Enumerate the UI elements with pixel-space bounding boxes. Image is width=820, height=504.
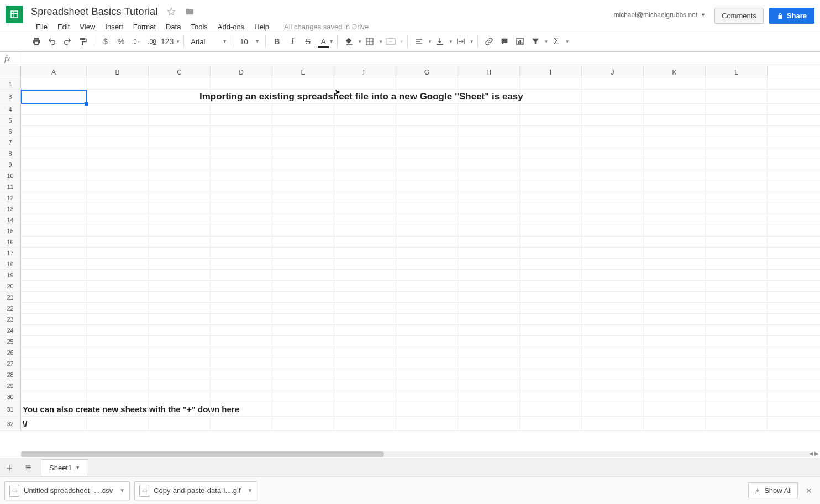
cell[interactable] [706,259,768,269]
row-header[interactable]: 6 [0,126,21,136]
cell[interactable] [396,336,458,347]
insert-comment-icon[interactable] [497,34,512,49]
menu-addons[interactable]: Add-ons [213,23,249,31]
cell[interactable] [520,391,582,402]
cell[interactable] [21,391,87,402]
cell[interactable] [458,126,520,136]
cell[interactable] [87,336,149,347]
cell[interactable] [458,137,520,148]
cell[interactable] [706,417,768,431]
cell[interactable] [21,78,87,89]
cell[interactable] [520,214,582,225]
cell[interactable] [706,237,768,247]
cell[interactable] [520,417,582,431]
row-header[interactable]: 32 [0,417,21,431]
row-header[interactable]: 14 [0,214,21,225]
folder-icon[interactable] [185,7,195,16]
cell[interactable] [272,347,334,358]
cell[interactable] [644,270,706,280]
cell[interactable] [582,203,644,214]
cell[interactable] [520,126,582,136]
cell[interactable] [21,358,87,369]
cell[interactable] [396,380,458,391]
cell[interactable] [149,259,211,269]
cell[interactable] [706,170,768,181]
cell[interactable] [644,259,706,269]
cell[interactable] [396,126,458,136]
cell[interactable] [87,90,149,103]
cell[interactable] [272,137,334,148]
cell[interactable] [458,347,520,358]
cell[interactable] [21,248,87,258]
cell[interactable] [21,347,87,358]
cell[interactable] [458,148,520,159]
cell[interactable] [21,325,87,335]
menu-file[interactable]: File [31,23,52,31]
menu-insert[interactable]: Insert [100,23,128,31]
cell[interactable] [334,248,396,258]
cell[interactable] [458,159,520,170]
cell[interactable] [211,115,272,125]
cell[interactable] [458,192,520,203]
cell[interactable] [644,303,706,313]
column-header-C[interactable]: C [149,66,211,78]
cell[interactable] [644,402,706,416]
cell[interactable] [211,104,272,114]
cell[interactable] [520,314,582,324]
text-wrap-button[interactable]: ▼ [453,34,474,49]
row-header[interactable]: 5 [0,115,21,125]
cell[interactable] [21,126,87,136]
cell[interactable] [582,78,644,89]
cell[interactable] [396,214,458,225]
cell[interactable] [582,417,644,431]
cell[interactable] [21,137,87,148]
row-header[interactable]: 13 [0,203,21,214]
cell[interactable] [582,391,644,402]
cell[interactable] [272,159,334,170]
row-header[interactable]: 7 [0,137,21,148]
cell[interactable] [644,237,706,247]
column-header-F[interactable]: F [334,66,396,78]
cell[interactable] [334,214,396,225]
cell[interactable] [706,159,768,170]
cell[interactable] [334,137,396,148]
cell[interactable] [87,347,149,358]
cell[interactable] [149,336,211,347]
cell[interactable] [458,170,520,181]
cell[interactable] [87,270,149,280]
cell[interactable] [644,214,706,225]
all-sheets-button[interactable]: ≡ [19,458,38,477]
horizontal-align-button[interactable]: ▼ [411,34,432,49]
row-header[interactable]: 29 [0,380,21,391]
cell[interactable] [582,314,644,324]
cell[interactable] [520,402,582,416]
fill-handle[interactable] [85,102,88,106]
cell[interactable] [396,248,458,258]
cell[interactable] [211,402,272,416]
increase-decimal-button[interactable]: .00 [144,34,160,49]
cell[interactable] [458,358,520,369]
cell[interactable] [582,259,644,269]
cell[interactable] [644,347,706,358]
row-header[interactable]: 25 [0,336,21,347]
cell[interactable] [272,148,334,159]
cell[interactable] [396,259,458,269]
cell[interactable] [149,380,211,391]
cell[interactable] [396,347,458,358]
cell[interactable] [272,259,334,269]
cell[interactable] [334,391,396,402]
cell[interactable] [211,391,272,402]
cell[interactable] [458,391,520,402]
cell[interactable] [272,369,334,380]
cell[interactable] [396,181,458,192]
cell[interactable] [211,380,272,391]
cell[interactable] [458,214,520,225]
cell[interactable] [520,369,582,380]
chevron-down-icon[interactable]: ▼ [248,487,253,494]
cell[interactable] [211,369,272,380]
strikethrough-button[interactable]: S [300,34,316,49]
cell[interactable] [396,170,458,181]
print-icon[interactable] [29,34,44,49]
row-header[interactable]: 3 [0,90,21,103]
cell[interactable] [334,347,396,358]
